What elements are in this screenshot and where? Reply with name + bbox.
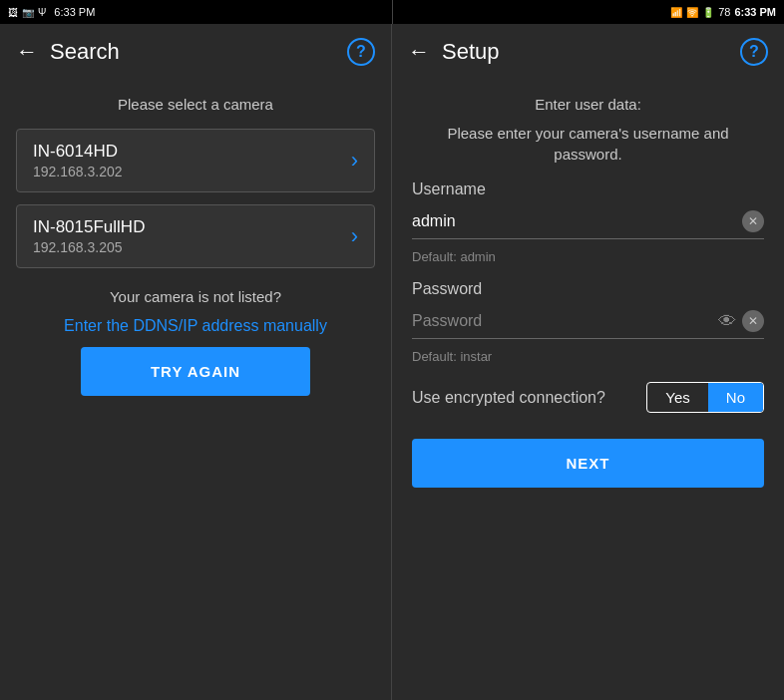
password-input-row: 👁 ✕ (412, 308, 764, 339)
encrypted-yes-button[interactable]: Yes (647, 383, 707, 412)
username-input-row: ✕ (412, 208, 764, 239)
camera-list-title: Please select a camera (16, 96, 375, 113)
camera-info-0: IN-6014HD 192.168.3.202 (33, 142, 351, 179)
status-icon-battery: 🔋 (702, 7, 714, 18)
search-help-button[interactable]: ? (347, 38, 375, 66)
camera-item-1[interactable]: IN-8015FullHD 192.168.3.205 › (16, 204, 375, 268)
status-bar-left: 🖼 📷 Ψ 6:33 PM (0, 0, 392, 24)
status-bar-right: 📶 🛜 🔋 78 6:33 PM (393, 0, 785, 24)
setup-back-button[interactable]: ← (408, 39, 430, 65)
encrypted-label: Use encrypted connection? (412, 389, 634, 407)
status-icon-wifi: 🛜 (686, 7, 698, 18)
password-clear-icon[interactable]: ✕ (742, 310, 764, 332)
status-icon-signal: 📶 (670, 7, 682, 18)
status-time-right: 6:33 PM (734, 6, 776, 18)
status-time-left: 6:33 PM (54, 6, 95, 18)
status-icon-camera: 📷 (22, 7, 34, 18)
username-clear-icon[interactable]: ✕ (742, 210, 764, 232)
password-visibility-icon[interactable]: 👁 (718, 311, 736, 332)
camera-name-0: IN-6014HD (33, 142, 351, 162)
setup-help-button[interactable]: ? (740, 38, 768, 66)
encrypted-row: Use encrypted connection? Yes No (412, 382, 764, 413)
instructions-text: Please enter your camera's username and … (412, 123, 764, 165)
password-default-text: Default: instar (412, 349, 764, 364)
chevron-right-icon-1: › (351, 223, 358, 249)
ddns-link[interactable]: Enter the DDNS/IP address manually (16, 317, 375, 335)
search-title: Search (50, 39, 335, 65)
status-battery-pct: 78 (718, 6, 730, 18)
search-back-button[interactable]: ← (16, 39, 38, 65)
camera-item-0[interactable]: IN-6014HD 192.168.3.202 › (16, 129, 375, 192)
chevron-right-icon-0: › (351, 148, 358, 174)
camera-ip-0: 192.168.3.202 (33, 164, 351, 179)
username-label: Username (412, 180, 764, 198)
not-listed-text: Your camera is not listed? (16, 288, 375, 305)
username-default-text: Default: admin (412, 249, 764, 264)
status-bar: 🖼 📷 Ψ 6:33 PM 📶 🛜 🔋 78 6:33 PM (0, 0, 784, 24)
panels: ← Search ? Please select a camera IN-601… (0, 24, 784, 700)
setup-header: ← Setup ? (392, 24, 784, 80)
search-header: ← Search ? (0, 24, 391, 80)
camera-info-1: IN-8015FullHD 192.168.3.205 (33, 217, 351, 255)
panel-setup: ← Setup ? Enter user data: Please enter … (392, 24, 784, 700)
next-button[interactable]: NEXT (412, 439, 764, 488)
setup-content: Enter user data: Please enter your camer… (392, 80, 784, 700)
password-input[interactable] (412, 308, 712, 334)
try-again-button[interactable]: TRY AGAIN (81, 347, 310, 396)
status-icon-photos: 🖼 (8, 7, 18, 18)
status-icon-usb: Ψ (38, 7, 46, 18)
search-content: Please select a camera IN-6014HD 192.168… (0, 80, 391, 700)
camera-ip-1: 192.168.3.205 (33, 239, 351, 255)
encrypted-toggle-group: Yes No (646, 382, 764, 413)
setup-title: Setup (442, 39, 728, 65)
enter-user-data-title: Enter user data: (412, 96, 764, 113)
password-label: Password (412, 280, 764, 298)
username-input[interactable] (412, 208, 736, 234)
camera-name-1: IN-8015FullHD (33, 217, 351, 237)
encrypted-no-button[interactable]: No (708, 383, 763, 412)
panel-search: ← Search ? Please select a camera IN-601… (0, 24, 392, 700)
